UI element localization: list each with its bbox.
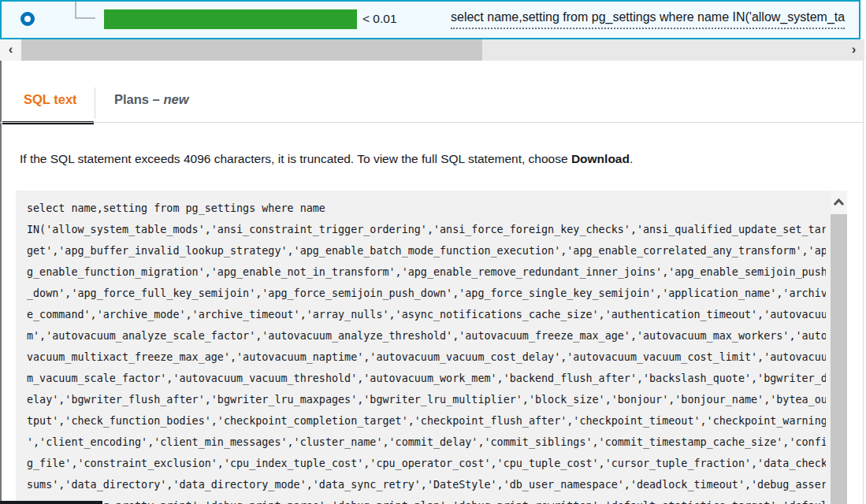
- sql-text-line: ','client_encoding','client_min_messages…: [27, 432, 826, 453]
- scroll-up-button[interactable]: [831, 191, 847, 214]
- sql-text-line: g_file','constraint_exclusion','cpu_inde…: [27, 453, 826, 474]
- truncation-notice: If the SQL statement exceeds 4096 charac…: [20, 152, 633, 166]
- detail-tabs: SQL text Plans – new: [0, 83, 863, 127]
- sql-text-lines: select name,setting from pg_settings whe…: [27, 198, 826, 504]
- load-value: < 0.01: [362, 12, 397, 26]
- bottom-edge-bar: [0, 501, 102, 504]
- sql-text-line: get','apg_buffer_invalid_lookup_strategy…: [27, 240, 826, 261]
- tabbar-bottom-border: [0, 122, 863, 123]
- sql-preview-cell: select name,setting from pg_settings whe…: [451, 10, 857, 35]
- sql-text-line: _down','apg_force_full_key_semijoin','ap…: [27, 283, 826, 304]
- sql-text-line: tions','debug_pretty_print','debug_print…: [27, 495, 826, 504]
- sql-text-line: m','autovacuum_analyze_scale_factor','au…: [27, 325, 826, 346]
- vertical-scrollbar-thumb[interactable]: [831, 214, 847, 504]
- sql-text-line: tput','check_function_bodies','checkpoin…: [27, 410, 826, 432]
- sql-text-line: m_vacuum_scale_factor','autovacuum_vacuu…: [27, 368, 826, 389]
- tab-sql-text[interactable]: SQL text: [24, 92, 77, 107]
- notice-download-word: Download: [571, 152, 630, 165]
- chevron-up-icon: [833, 198, 845, 206]
- scroll-right-icon[interactable]: ›: [843, 39, 864, 61]
- selected-sql-row[interactable]: < 0.01 select name,setting from pg_setti…: [0, 0, 860, 39]
- sql-text-line: sums','data_directory','data_directory_m…: [27, 474, 826, 495]
- sql-text-line: vacuum_multixact_freeze_max_age','autova…: [27, 346, 826, 368]
- tab-plans[interactable]: Plans – new: [114, 92, 188, 107]
- sql-text-line: g_enable_function_migration','apg_enable…: [27, 261, 826, 283]
- performance-insights-sql-detail-page: < 0.01 select name,setting from pg_setti…: [0, 0, 866, 504]
- tab-plans-label: Plans –: [114, 92, 163, 106]
- tab-plans-new-badge: new: [163, 92, 188, 106]
- load-by-waits-bar: [104, 9, 357, 29]
- panel-right-edge: [863, 61, 864, 504]
- vertical-scrollbar[interactable]: [831, 191, 847, 504]
- tree-elbow-connector: [75, 2, 95, 19]
- scroll-left-icon[interactable]: ‹: [0, 39, 21, 61]
- sql-text-line: select name,setting from pg_settings whe…: [27, 198, 826, 219]
- panel-left-edge: [0, 61, 2, 504]
- horizontal-scrollbar-thumb[interactable]: [21, 39, 482, 61]
- notice-text-after: .: [630, 152, 633, 165]
- sql-text-codeblock: select name,setting from pg_settings whe…: [16, 191, 847, 504]
- tab-divider: [95, 87, 95, 119]
- sql-text-line: e_command','archive_mode','archive_timeo…: [27, 304, 826, 325]
- sql-text-line: IN('allow_system_table_mods','ansi_const…: [27, 219, 826, 240]
- sql-text-line: elay','bgwriter_flush_after','bgwriter_l…: [27, 389, 826, 410]
- sql-preview-text[interactable]: select name,setting from pg_settings whe…: [451, 10, 845, 29]
- row-radio-button-selected[interactable]: [20, 12, 35, 26]
- notice-text-before: If the SQL statement exceeds 4096 charac…: [20, 152, 571, 165]
- horizontal-scrollbar[interactable]: ‹ ›: [0, 39, 864, 61]
